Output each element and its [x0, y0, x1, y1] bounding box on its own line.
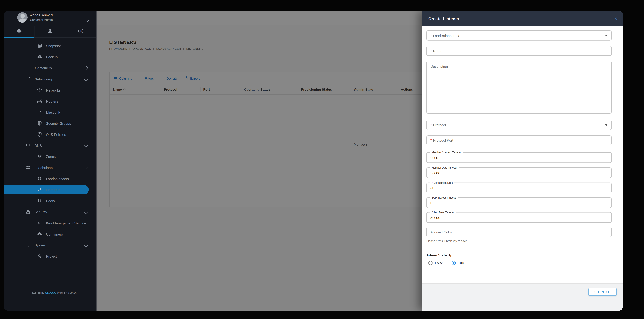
member-data-timeout-input[interactable]: Member Data Timeout 50000 — [426, 167, 612, 178]
user-gear-icon — [37, 254, 42, 259]
sidebar-item-snapshot[interactable]: Snapshot — [4, 40, 97, 51]
drawer-header: Create Listener × — [422, 11, 623, 26]
sidebar-item-qos-policies[interactable]: QoS Policies — [4, 129, 97, 140]
sidebar-item-pools[interactable]: Pools — [4, 195, 97, 206]
sidebar-group-security[interactable]: Security — [4, 206, 97, 217]
radio-false-label[interactable]: False — [435, 261, 443, 265]
user-menu[interactable]: waqas_ahmed Customer Admin — [4, 11, 97, 25]
radio-true[interactable] — [452, 261, 456, 265]
check-icon: ✓ — [593, 290, 596, 294]
tab-users[interactable] — [34, 26, 65, 37]
snapshot-icon — [37, 43, 42, 48]
sidebar-item-elastic-ip[interactable]: Elastic IP — [4, 107, 97, 118]
create-button[interactable]: ✓ CREATE — [588, 288, 617, 296]
version-text: (version 1.24.0) — [57, 291, 77, 294]
chevron-down-icon — [84, 143, 87, 148]
cloud-check-icon — [37, 231, 42, 237]
create-listener-drawer: Create Listener × * LoadBalancer ID * Na… — [422, 11, 623, 311]
enter-to-save-hint: Please press 'Enter' key to save — [426, 240, 612, 243]
ear-icon — [37, 187, 42, 192]
loadbalancer-id-select[interactable]: * LoadBalancer ID — [426, 30, 612, 41]
router-icon — [26, 76, 31, 82]
svg-text:$: $ — [80, 29, 81, 32]
shield-search-icon — [37, 132, 42, 137]
powered-by-prefix: Powered by — [30, 291, 44, 294]
drawer-title: Create Listener — [428, 16, 460, 21]
loadbalancer-icon — [37, 176, 42, 181]
sidebar-group-networking[interactable]: Networking — [4, 73, 97, 84]
wifi-icon — [37, 87, 42, 93]
sidebar-group-loadbalancer[interactable]: Loadbalancer — [4, 162, 97, 173]
user-name: waqas_ahmed — [30, 13, 53, 17]
cloud-icon — [16, 28, 22, 35]
radio-false[interactable] — [428, 261, 432, 265]
required-marker: * — [430, 138, 432, 142]
sidebar-item-containers[interactable]: Containers — [4, 229, 97, 240]
tab-billing[interactable]: $ — [65, 26, 96, 37]
waves-icon — [37, 198, 42, 203]
sidebar-item-key-management-service[interactable]: Key Management Service — [4, 217, 97, 229]
sidebar-item-routers[interactable]: Routers — [4, 96, 97, 107]
wifi-icon — [37, 154, 42, 159]
name-input[interactable]: * Name — [426, 46, 612, 56]
chevron-right-icon — [84, 66, 87, 70]
description-textarea[interactable]: Description — [426, 61, 612, 114]
drawer-body: * LoadBalancer ID * Name Description * P… — [422, 26, 623, 284]
required-marker: * — [430, 33, 432, 37]
sidebar-item-security-groups[interactable]: Security Groups — [4, 118, 97, 129]
sidebar-item-networks[interactable]: Networks — [4, 84, 97, 96]
allowed-cidrs-input[interactable]: Allowed Cidrs — [426, 227, 612, 237]
user-icon — [46, 28, 53, 35]
dropdown-caret-icon — [605, 124, 608, 126]
drawer-footer: ✓ CREATE — [422, 284, 623, 311]
sidebar-item-backup[interactable]: Backup — [4, 51, 97, 62]
key-icon — [37, 220, 42, 226]
loadbalancer-icon — [26, 165, 31, 170]
laptop-icon — [26, 143, 31, 148]
sidebar-group-dns[interactable]: DNS — [4, 140, 97, 151]
app-stage: waqas_ahmed Customer Admin $ Snapshot Ba… — [0, 0, 644, 319]
sidebar-tabbar: $ — [4, 26, 96, 38]
shield-icon — [37, 121, 42, 126]
admin-state-radio-group: False True — [428, 261, 612, 265]
protocol-port-input[interactable]: * Protocol Port — [426, 135, 612, 145]
client-data-timeout-input[interactable]: Client Data Timeout 50000 — [426, 212, 612, 223]
sidebar-item-project[interactable]: Project — [4, 251, 97, 262]
required-marker: * — [430, 123, 432, 127]
admin-state-up-label: Admin State Up — [426, 253, 612, 257]
sidebar-item-zones[interactable]: Zones — [4, 151, 97, 162]
sidebar-group-system[interactable]: System — [4, 240, 97, 251]
powered-by-footer: Powered by CLOUD7 (version 1.24.0) — [30, 291, 76, 294]
tab-compute[interactable] — [4, 26, 34, 37]
member-connect-timeout-input[interactable]: Member Connect Timeout 5000 — [426, 152, 612, 163]
sidebar: waqas_ahmed Customer Admin $ Snapshot Ba… — [4, 11, 97, 311]
cloud-upload-icon — [37, 54, 42, 59]
connection-limit-input[interactable]: *Connection Limit -1 — [426, 183, 612, 193]
sidebar-menu: Snapshot Backup Containers Networking Ne… — [4, 40, 97, 262]
required-marker: * — [430, 49, 432, 53]
chevron-down-icon — [84, 210, 87, 214]
sidebar-item-listeners[interactable]: Listeners — [4, 184, 97, 195]
chevron-down-icon — [84, 165, 87, 170]
arrow-right-icon — [37, 109, 42, 115]
close-icon[interactable]: × — [614, 16, 617, 21]
router-icon — [37, 98, 42, 104]
chevron-down-icon — [84, 77, 87, 81]
lock-icon — [26, 209, 31, 215]
protocol-select[interactable]: * Protocol — [426, 120, 612, 130]
brand-link[interactable]: CLOUD7 — [45, 291, 56, 294]
billing-dollar-icon: $ — [78, 28, 84, 35]
avatar — [17, 12, 28, 22]
app-window: waqas_ahmed Customer Admin $ Snapshot Ba… — [4, 11, 623, 311]
sidebar-item-loadbalancers[interactable]: Loadbalancers — [4, 173, 97, 184]
user-role: Customer Admin — [30, 18, 53, 22]
chevron-down-icon — [84, 243, 87, 247]
chevron-down-icon[interactable] — [86, 15, 88, 23]
dropdown-caret-icon — [605, 35, 608, 36]
radio-true-label[interactable]: True — [458, 261, 465, 265]
device-icon — [26, 242, 31, 248]
sidebar-group-containers[interactable]: Containers — [4, 62, 97, 73]
tcp-inspect-timeout-input[interactable]: TCP Inspect Timeout 0 — [426, 197, 612, 208]
